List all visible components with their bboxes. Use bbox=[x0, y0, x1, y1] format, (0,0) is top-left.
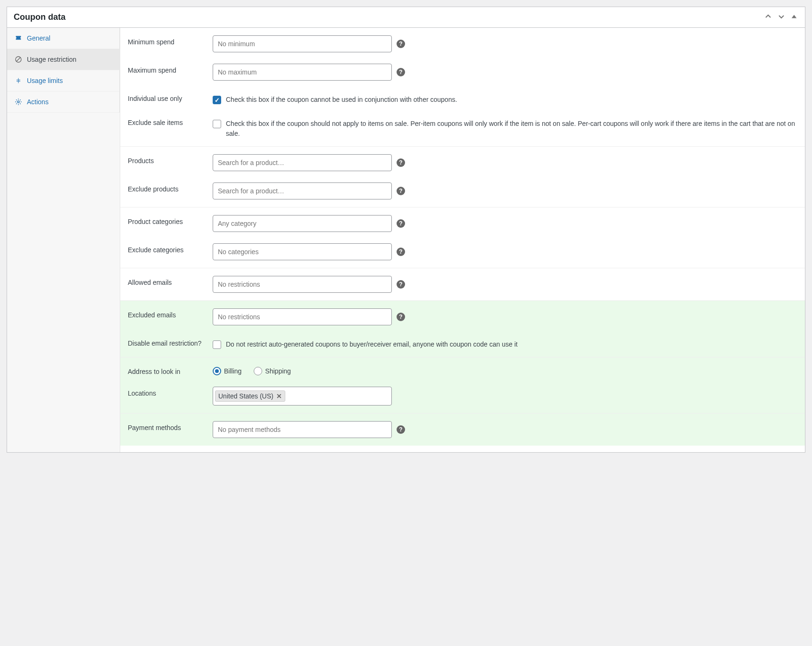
payment-methods-input[interactable]: No payment methods bbox=[213, 421, 392, 438]
help-icon[interactable]: ? bbox=[397, 187, 405, 195]
tab-label: General bbox=[27, 34, 50, 42]
restriction-icon bbox=[15, 56, 22, 63]
radio-shipping-label: Shipping bbox=[265, 367, 291, 375]
section-categories: Product categories Any category ? Exclud… bbox=[120, 207, 805, 268]
help-icon[interactable]: ? bbox=[397, 40, 405, 48]
section-excluded-emails: Excluded emails ? Disable email restrict… bbox=[120, 301, 805, 357]
exclude-sale-description: Check this box if the coupon should not … bbox=[226, 119, 797, 139]
tab-general[interactable]: General bbox=[7, 28, 120, 49]
disable-email-restriction-checkbox[interactable] bbox=[213, 340, 221, 349]
svg-point-2 bbox=[17, 101, 19, 103]
section-allowed-emails: Allowed emails ? bbox=[120, 268, 805, 301]
tab-label: Usage limits bbox=[27, 77, 63, 84]
label-payment-methods: Payment methods bbox=[128, 421, 208, 431]
tab-label: Usage restriction bbox=[27, 56, 76, 63]
remove-tag-icon[interactable]: ✕ bbox=[276, 392, 282, 400]
exclude-products-input[interactable]: Search for a product… bbox=[213, 182, 392, 199]
panel-toggle-icon[interactable] bbox=[790, 12, 798, 22]
help-icon[interactable]: ? bbox=[397, 68, 405, 76]
panel-title: Coupon data bbox=[14, 12, 66, 22]
label-exclude-categories: Exclude categories bbox=[128, 243, 208, 254]
tab-label: Actions bbox=[27, 98, 49, 106]
label-disable-email-restriction: Disable email restriction? bbox=[128, 337, 208, 347]
coupon-data-panel: Coupon data General Usage restriction Us… bbox=[7, 7, 805, 453]
panel-body: General Usage restriction Usage limits A… bbox=[7, 28, 805, 452]
ticket-icon bbox=[15, 34, 22, 42]
locations-input[interactable]: United States (US) ✕ bbox=[213, 387, 392, 406]
label-exclude-sale: Exclude sale items bbox=[128, 116, 208, 126]
label-allowed-emails: Allowed emails bbox=[128, 276, 208, 286]
allowed-emails-input[interactable] bbox=[213, 276, 392, 293]
label-exclude-products: Exclude products bbox=[128, 182, 208, 193]
products-input[interactable]: Search for a product… bbox=[213, 154, 392, 171]
help-icon[interactable]: ? bbox=[397, 158, 405, 167]
location-tag-label: United States (US) bbox=[218, 392, 273, 400]
section-address-locations: Address to look in Billing Shipping Loca bbox=[120, 357, 805, 414]
exclude-sale-checkbox[interactable] bbox=[213, 120, 221, 128]
content-area: Minimum spend ? Maximum spend ? Individu… bbox=[120, 28, 805, 452]
label-minimum-spend: Minimum spend bbox=[128, 35, 208, 46]
tabs-sidebar: General Usage restriction Usage limits A… bbox=[7, 28, 120, 452]
help-icon[interactable]: ? bbox=[397, 425, 405, 434]
tab-actions[interactable]: Actions bbox=[7, 91, 120, 113]
help-icon[interactable]: ? bbox=[397, 219, 405, 228]
panel-move-down-icon[interactable] bbox=[777, 12, 786, 23]
radio-billing[interactable] bbox=[213, 367, 221, 375]
tab-usage-limits[interactable]: Usage limits bbox=[7, 70, 120, 91]
panel-move-up-icon[interactable] bbox=[763, 12, 773, 23]
svg-line-1 bbox=[17, 58, 20, 61]
label-products: Products bbox=[128, 154, 208, 165]
section-payment-methods: Payment methods No payment methods ? bbox=[120, 414, 805, 446]
label-locations: Locations bbox=[128, 387, 208, 397]
location-tag: United States (US) ✕ bbox=[215, 390, 285, 402]
radio-option-billing[interactable]: Billing bbox=[213, 367, 241, 375]
limits-icon bbox=[15, 77, 22, 84]
label-individual-use: Individual use only bbox=[128, 92, 208, 102]
panel-header: Coupon data bbox=[7, 7, 805, 28]
label-maximum-spend: Maximum spend bbox=[128, 64, 208, 74]
excluded-emails-input[interactable] bbox=[213, 308, 392, 325]
radio-option-shipping[interactable]: Shipping bbox=[254, 367, 291, 375]
label-address-look-in: Address to look in bbox=[128, 365, 208, 375]
product-categories-input[interactable]: Any category bbox=[213, 215, 392, 232]
section-spend: Minimum spend ? Maximum spend ? Individu… bbox=[120, 28, 805, 147]
radio-shipping[interactable] bbox=[254, 367, 262, 375]
help-icon[interactable]: ? bbox=[397, 313, 405, 321]
panel-header-controls bbox=[763, 12, 798, 23]
gear-icon bbox=[15, 98, 22, 106]
disable-email-restriction-description: Do not restrict auto-generated coupons t… bbox=[226, 340, 797, 349]
section-products: Products Search for a product… ? Exclude… bbox=[120, 147, 805, 207]
help-icon[interactable]: ? bbox=[397, 280, 405, 289]
radio-billing-label: Billing bbox=[224, 367, 241, 375]
exclude-categories-input[interactable]: No categories bbox=[213, 243, 392, 260]
individual-use-description: Check this box if the coupon cannot be u… bbox=[226, 95, 797, 105]
tab-usage-restriction[interactable]: Usage restriction bbox=[7, 49, 120, 70]
help-icon[interactable]: ? bbox=[397, 248, 405, 256]
maximum-spend-input[interactable] bbox=[213, 64, 392, 81]
minimum-spend-input[interactable] bbox=[213, 35, 392, 52]
individual-use-checkbox[interactable] bbox=[213, 96, 221, 104]
label-excluded-emails: Excluded emails bbox=[128, 308, 208, 319]
label-product-categories: Product categories bbox=[128, 215, 208, 225]
address-radio-group: Billing Shipping bbox=[213, 365, 291, 375]
